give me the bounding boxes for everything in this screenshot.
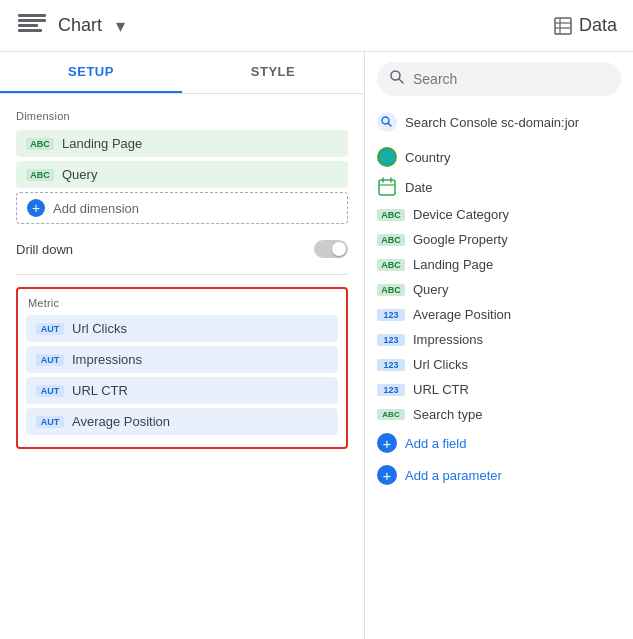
google-property-badge: ABC	[377, 234, 405, 246]
tab-setup[interactable]: SETUP	[0, 52, 182, 93]
data-source-name: Search Console sc-domain:jor	[405, 115, 579, 130]
calendar-icon	[377, 177, 397, 197]
device-category-badge: ABC	[377, 209, 405, 221]
field-item-avg-position[interactable]: 123 Average Position	[365, 302, 633, 327]
metric-pill-url-clicks[interactable]: AUT Url Clicks	[26, 315, 338, 342]
search-bar[interactable]	[377, 62, 621, 96]
metric-label: Metric	[28, 297, 338, 309]
field-name-search-type: Search type	[413, 407, 482, 422]
landing-page-text: Landing Page	[62, 136, 142, 151]
field-item-country[interactable]: 🌐 Country	[365, 142, 633, 172]
url-ctr-field-badge: 123	[377, 384, 405, 396]
left-panel: SETUP STYLE Dimension ABC Landing Page A…	[0, 52, 365, 639]
main-layout: SETUP STYLE Dimension ABC Landing Page A…	[0, 52, 633, 639]
search-type-badge: ABC	[377, 409, 405, 420]
svg-rect-3	[18, 29, 42, 32]
divider	[16, 274, 348, 275]
header-left: Chart ▾	[16, 10, 553, 42]
add-field-icon: +	[377, 433, 397, 453]
svg-line-9	[399, 79, 403, 83]
add-dimension-label: Add dimension	[53, 201, 139, 216]
search-icon	[389, 69, 405, 89]
drill-down-label: Drill down	[16, 242, 73, 257]
search-input[interactable]	[413, 71, 609, 87]
metric-pill-avg-position[interactable]: AUT Average Position	[26, 408, 338, 435]
svg-rect-1	[18, 19, 46, 22]
data-icon	[553, 16, 573, 36]
svg-rect-0	[18, 14, 46, 17]
add-dimension-icon: +	[27, 199, 45, 217]
metric-pill-impressions[interactable]: AUT Impressions	[26, 346, 338, 373]
field-item-google-property[interactable]: ABC Google Property	[365, 227, 633, 252]
svg-rect-13	[379, 180, 395, 195]
url-clicks-field-badge: 123	[377, 359, 405, 371]
field-name-date: Date	[405, 180, 432, 195]
chart-icon	[16, 10, 48, 42]
add-parameter-button[interactable]: + Add a parameter	[365, 459, 633, 491]
impressions-badge: AUT	[36, 354, 64, 366]
svg-point-10	[377, 112, 397, 132]
field-name-country: Country	[405, 150, 451, 165]
toggle-knob	[332, 242, 346, 256]
field-name-google-property: Google Property	[413, 232, 508, 247]
avg-position-badge: AUT	[36, 416, 64, 428]
panel-content: Dimension ABC Landing Page ABC Query + A…	[0, 94, 364, 639]
field-name-url-clicks: Url Clicks	[413, 357, 468, 372]
dimension-pill-query[interactable]: ABC Query	[16, 161, 348, 188]
impressions-field-badge: 123	[377, 334, 405, 346]
chart-title: Chart	[58, 15, 102, 36]
query-field-badge: ABC	[377, 284, 405, 296]
svg-rect-2	[18, 24, 38, 27]
landing-page-field-badge: ABC	[377, 259, 405, 271]
field-item-landing-page[interactable]: ABC Landing Page	[365, 252, 633, 277]
impressions-text: Impressions	[72, 352, 142, 367]
url-clicks-badge: AUT	[36, 323, 64, 335]
drill-down-row: Drill down	[16, 228, 348, 270]
add-dimension-button[interactable]: + Add dimension	[16, 192, 348, 224]
field-name-impressions: Impressions	[413, 332, 483, 347]
field-name-avg-position: Average Position	[413, 307, 511, 322]
field-item-impressions[interactable]: 123 Impressions	[365, 327, 633, 352]
globe-icon: 🌐	[377, 147, 397, 167]
search-console-icon	[377, 112, 397, 132]
metric-pill-url-ctr[interactable]: AUT URL CTR	[26, 377, 338, 404]
add-field-label: Add a field	[405, 436, 466, 451]
landing-page-badge: ABC	[26, 138, 54, 150]
add-parameter-label: Add a parameter	[405, 468, 502, 483]
header-right: Data	[553, 15, 617, 36]
data-source-row: Search Console sc-domain:jor	[365, 106, 633, 138]
tab-style[interactable]: STYLE	[182, 52, 364, 93]
field-name-landing-page: Landing Page	[413, 257, 493, 272]
metric-section: Metric AUT Url Clicks AUT Impressions AU…	[16, 287, 348, 449]
add-field-button[interactable]: + Add a field	[365, 427, 633, 459]
header: Chart ▾ Data	[0, 0, 633, 52]
field-item-date[interactable]: Date	[365, 172, 633, 202]
avg-position-text: Average Position	[72, 414, 170, 429]
query-badge: ABC	[26, 169, 54, 181]
url-ctr-text: URL CTR	[72, 383, 128, 398]
field-name-query: Query	[413, 282, 448, 297]
field-list: 🌐 Country Date ABC Device Category	[365, 138, 633, 639]
url-ctr-badge: AUT	[36, 385, 64, 397]
field-item-url-ctr[interactable]: 123 URL CTR	[365, 377, 633, 402]
field-item-url-clicks[interactable]: 123 Url Clicks	[365, 352, 633, 377]
url-clicks-text: Url Clicks	[72, 321, 127, 336]
dimension-pill-landing-page[interactable]: ABC Landing Page	[16, 130, 348, 157]
drill-down-toggle[interactable]	[314, 240, 348, 258]
dimension-label: Dimension	[16, 110, 348, 122]
tabs: SETUP STYLE	[0, 52, 364, 94]
add-parameter-icon: +	[377, 465, 397, 485]
field-item-search-type[interactable]: ABC Search type	[365, 402, 633, 427]
field-item-device-category[interactable]: ABC Device Category	[365, 202, 633, 227]
avg-position-field-badge: 123	[377, 309, 405, 321]
field-name-url-ctr: URL CTR	[413, 382, 469, 397]
field-item-query[interactable]: ABC Query	[365, 277, 633, 302]
chart-chevron-icon[interactable]: ▾	[116, 15, 125, 37]
data-title: Data	[579, 15, 617, 36]
query-text: Query	[62, 167, 97, 182]
field-name-device-category: Device Category	[413, 207, 509, 222]
svg-rect-4	[555, 18, 571, 34]
right-panel: Search Console sc-domain:jor 🌐 Country D…	[365, 52, 633, 639]
